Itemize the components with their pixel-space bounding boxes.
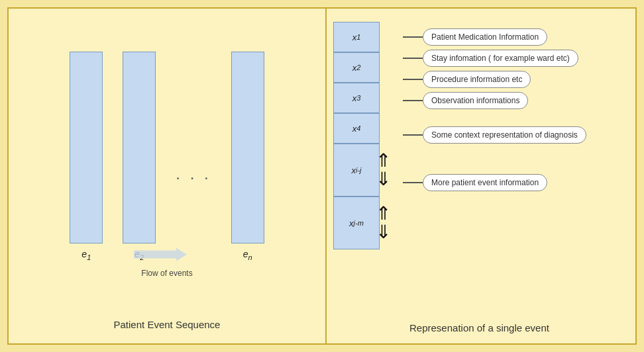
- event-label-1: e1: [81, 249, 91, 261]
- right-content: x1 x2 x3 x4 xi-j ⇑ ⇓: [333, 19, 625, 317]
- stack-cell-ij: xi-j ⇑ ⇓: [333, 144, 380, 197]
- label-row-4: Some context representation of diagnosis: [403, 126, 625, 144]
- event-column-n: en: [231, 52, 264, 261]
- label-row-2: Procedure information etc: [403, 71, 625, 88]
- event-label-n: en: [243, 249, 252, 261]
- labels-area: Patient Medication Information Stay info…: [403, 22, 625, 194]
- left-panel-title: Patient Event Sequence: [114, 319, 221, 330]
- label-box-3: Observation informations: [423, 92, 528, 109]
- right-panel-title: Represenation of a single event: [409, 322, 549, 333]
- flow-arrow: [134, 243, 200, 266]
- main-container: e1 e2 . . . en: [7, 7, 637, 345]
- flow-arrow-area: Flow of events: [134, 243, 200, 278]
- stack-cell-2: x2: [333, 52, 380, 83]
- label-row-3: Observation informations: [403, 92, 625, 109]
- label-box-5: More patient event information: [423, 174, 547, 191]
- left-content: e1 e2 . . . en: [15, 22, 319, 314]
- event-bar-1: [70, 52, 103, 243]
- stack-cell-1: x1: [333, 22, 380, 52]
- event-column-1: e1: [70, 52, 103, 261]
- event-bar-2: [123, 52, 156, 243]
- event-stack: x1 x2 x3 x4 xi-j ⇑ ⇓: [333, 22, 380, 249]
- label-row-1: Stay infomation ( for example ward etc): [403, 50, 625, 67]
- event-bar-n: [231, 52, 264, 243]
- left-panel: e1 e2 . . . en: [9, 9, 327, 343]
- stack-cell-4: x4: [333, 113, 380, 144]
- event-columns: e1 e2 . . . en: [15, 52, 319, 277]
- right-panel: x1 x2 x3 x4 xi-j ⇑ ⇓: [327, 9, 635, 343]
- label-row-5: More patient event information: [403, 174, 625, 191]
- arrow-body: [134, 248, 187, 261]
- event-column-2: e2: [123, 52, 156, 261]
- label-box-2: Procedure information etc: [423, 71, 531, 88]
- connector-2: [403, 79, 423, 80]
- stack-cell-3: x3: [333, 83, 380, 113]
- label-row-0: Patient Medication Information: [403, 28, 625, 46]
- connector-1: [403, 58, 423, 59]
- label-box-1: Stay infomation ( for example ward etc): [423, 50, 578, 67]
- flow-label: Flow of events: [141, 269, 192, 278]
- connector-4: [403, 134, 423, 136]
- ellipsis: . . .: [176, 165, 211, 183]
- stack-cell-jm: xj-m ⇑ ⇓: [333, 197, 380, 249]
- dots-area: . . .: [176, 52, 211, 243]
- connector-3: [403, 100, 423, 101]
- label-box-4: Some context representation of diagnosis: [423, 126, 586, 144]
- connector-0: [403, 36, 423, 38]
- connector-5: [403, 182, 423, 183]
- label-box-0: Patient Medication Information: [423, 28, 547, 46]
